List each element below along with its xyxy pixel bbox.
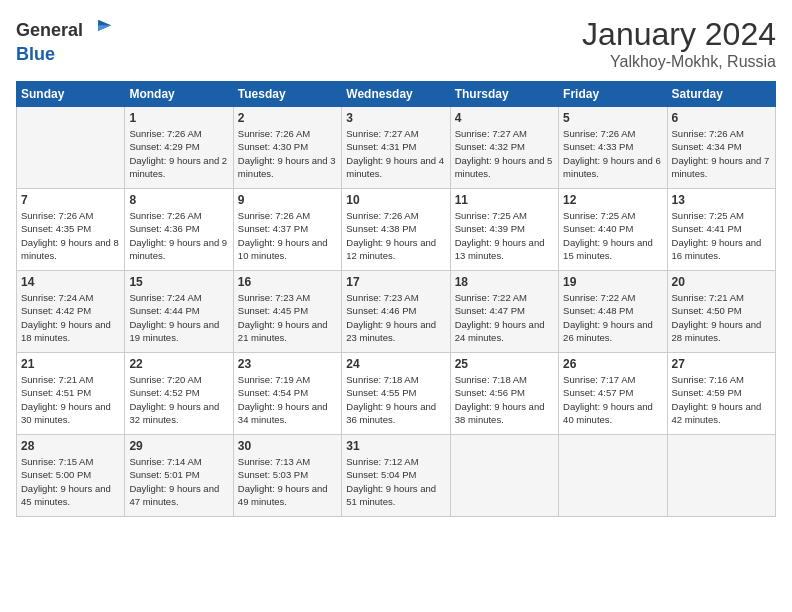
day-number: 21 xyxy=(21,357,120,371)
svg-marker-1 xyxy=(98,25,111,31)
cell-content: Sunrise: 7:26 AMSunset: 4:29 PMDaylight:… xyxy=(129,127,228,180)
week-row-3: 14Sunrise: 7:24 AMSunset: 4:42 PMDayligh… xyxy=(17,271,776,353)
day-cell: 28Sunrise: 7:15 AMSunset: 5:00 PMDayligh… xyxy=(17,435,125,517)
day-number: 16 xyxy=(238,275,337,289)
day-number: 4 xyxy=(455,111,554,125)
cell-content: Sunrise: 7:27 AMSunset: 4:31 PMDaylight:… xyxy=(346,127,445,180)
cell-content: Sunrise: 7:18 AMSunset: 4:55 PMDaylight:… xyxy=(346,373,445,426)
day-number: 20 xyxy=(672,275,771,289)
day-cell: 23Sunrise: 7:19 AMSunset: 4:54 PMDayligh… xyxy=(233,353,341,435)
cell-content: Sunrise: 7:26 AMSunset: 4:34 PMDaylight:… xyxy=(672,127,771,180)
week-row-4: 21Sunrise: 7:21 AMSunset: 4:51 PMDayligh… xyxy=(17,353,776,435)
cell-content: Sunrise: 7:26 AMSunset: 4:35 PMDaylight:… xyxy=(21,209,120,262)
calendar-body: 1Sunrise: 7:26 AMSunset: 4:29 PMDaylight… xyxy=(17,107,776,517)
day-cell: 27Sunrise: 7:16 AMSunset: 4:59 PMDayligh… xyxy=(667,353,775,435)
cell-content: Sunrise: 7:26 AMSunset: 4:37 PMDaylight:… xyxy=(238,209,337,262)
cell-content: Sunrise: 7:21 AMSunset: 4:50 PMDaylight:… xyxy=(672,291,771,344)
calendar-table: Sunday Monday Tuesday Wednesday Thursday… xyxy=(16,81,776,517)
day-number: 15 xyxy=(129,275,228,289)
day-cell: 16Sunrise: 7:23 AMSunset: 4:45 PMDayligh… xyxy=(233,271,341,353)
cell-content: Sunrise: 7:21 AMSunset: 4:51 PMDaylight:… xyxy=(21,373,120,426)
day-number: 31 xyxy=(346,439,445,453)
day-number: 11 xyxy=(455,193,554,207)
day-number: 1 xyxy=(129,111,228,125)
header: General Blue January 2024 Yalkhoy-Mokhk,… xyxy=(16,16,776,71)
day-number: 8 xyxy=(129,193,228,207)
col-saturday: Saturday xyxy=(667,82,775,107)
day-number: 5 xyxy=(563,111,662,125)
cell-content: Sunrise: 7:22 AMSunset: 4:48 PMDaylight:… xyxy=(563,291,662,344)
day-number: 2 xyxy=(238,111,337,125)
location-title: Yalkhoy-Mokhk, Russia xyxy=(582,53,776,71)
main-container: General Blue January 2024 Yalkhoy-Mokhk,… xyxy=(0,0,792,525)
day-number: 22 xyxy=(129,357,228,371)
col-sunday: Sunday xyxy=(17,82,125,107)
col-thursday: Thursday xyxy=(450,82,558,107)
day-cell: 13Sunrise: 7:25 AMSunset: 4:41 PMDayligh… xyxy=(667,189,775,271)
day-number: 28 xyxy=(21,439,120,453)
logo-flag-icon xyxy=(85,16,113,44)
day-cell xyxy=(450,435,558,517)
day-cell xyxy=(559,435,667,517)
day-cell: 11Sunrise: 7:25 AMSunset: 4:39 PMDayligh… xyxy=(450,189,558,271)
logo-blue: Blue xyxy=(16,44,55,64)
day-cell: 2Sunrise: 7:26 AMSunset: 4:30 PMDaylight… xyxy=(233,107,341,189)
day-number: 10 xyxy=(346,193,445,207)
cell-content: Sunrise: 7:25 AMSunset: 4:40 PMDaylight:… xyxy=(563,209,662,262)
day-number: 17 xyxy=(346,275,445,289)
cell-content: Sunrise: 7:14 AMSunset: 5:01 PMDaylight:… xyxy=(129,455,228,508)
day-number: 24 xyxy=(346,357,445,371)
day-cell: 14Sunrise: 7:24 AMSunset: 4:42 PMDayligh… xyxy=(17,271,125,353)
cell-content: Sunrise: 7:13 AMSunset: 5:03 PMDaylight:… xyxy=(238,455,337,508)
day-cell: 26Sunrise: 7:17 AMSunset: 4:57 PMDayligh… xyxy=(559,353,667,435)
cell-content: Sunrise: 7:19 AMSunset: 4:54 PMDaylight:… xyxy=(238,373,337,426)
col-wednesday: Wednesday xyxy=(342,82,450,107)
day-cell: 31Sunrise: 7:12 AMSunset: 5:04 PMDayligh… xyxy=(342,435,450,517)
header-row: Sunday Monday Tuesday Wednesday Thursday… xyxy=(17,82,776,107)
logo-general: General xyxy=(16,20,83,41)
day-number: 13 xyxy=(672,193,771,207)
day-cell: 1Sunrise: 7:26 AMSunset: 4:29 PMDaylight… xyxy=(125,107,233,189)
title-block: January 2024 Yalkhoy-Mokhk, Russia xyxy=(582,16,776,71)
day-number: 18 xyxy=(455,275,554,289)
cell-content: Sunrise: 7:18 AMSunset: 4:56 PMDaylight:… xyxy=(455,373,554,426)
cell-content: Sunrise: 7:26 AMSunset: 4:38 PMDaylight:… xyxy=(346,209,445,262)
cell-content: Sunrise: 7:23 AMSunset: 4:45 PMDaylight:… xyxy=(238,291,337,344)
col-tuesday: Tuesday xyxy=(233,82,341,107)
day-cell: 17Sunrise: 7:23 AMSunset: 4:46 PMDayligh… xyxy=(342,271,450,353)
day-number: 7 xyxy=(21,193,120,207)
day-cell: 18Sunrise: 7:22 AMSunset: 4:47 PMDayligh… xyxy=(450,271,558,353)
day-cell: 21Sunrise: 7:21 AMSunset: 4:51 PMDayligh… xyxy=(17,353,125,435)
day-cell: 30Sunrise: 7:13 AMSunset: 5:03 PMDayligh… xyxy=(233,435,341,517)
week-row-2: 7Sunrise: 7:26 AMSunset: 4:35 PMDaylight… xyxy=(17,189,776,271)
cell-content: Sunrise: 7:25 AMSunset: 4:41 PMDaylight:… xyxy=(672,209,771,262)
day-cell: 10Sunrise: 7:26 AMSunset: 4:38 PMDayligh… xyxy=(342,189,450,271)
day-cell: 5Sunrise: 7:26 AMSunset: 4:33 PMDaylight… xyxy=(559,107,667,189)
month-title: January 2024 xyxy=(582,16,776,53)
day-cell: 22Sunrise: 7:20 AMSunset: 4:52 PMDayligh… xyxy=(125,353,233,435)
cell-content: Sunrise: 7:26 AMSunset: 4:33 PMDaylight:… xyxy=(563,127,662,180)
logo: General Blue xyxy=(16,16,113,65)
day-number: 27 xyxy=(672,357,771,371)
week-row-1: 1Sunrise: 7:26 AMSunset: 4:29 PMDaylight… xyxy=(17,107,776,189)
cell-content: Sunrise: 7:24 AMSunset: 4:42 PMDaylight:… xyxy=(21,291,120,344)
day-number: 3 xyxy=(346,111,445,125)
cell-content: Sunrise: 7:17 AMSunset: 4:57 PMDaylight:… xyxy=(563,373,662,426)
day-number: 9 xyxy=(238,193,337,207)
day-cell: 8Sunrise: 7:26 AMSunset: 4:36 PMDaylight… xyxy=(125,189,233,271)
day-cell: 20Sunrise: 7:21 AMSunset: 4:50 PMDayligh… xyxy=(667,271,775,353)
day-number: 25 xyxy=(455,357,554,371)
day-cell xyxy=(17,107,125,189)
day-number: 6 xyxy=(672,111,771,125)
cell-content: Sunrise: 7:22 AMSunset: 4:47 PMDaylight:… xyxy=(455,291,554,344)
day-number: 26 xyxy=(563,357,662,371)
day-cell: 15Sunrise: 7:24 AMSunset: 4:44 PMDayligh… xyxy=(125,271,233,353)
cell-content: Sunrise: 7:24 AMSunset: 4:44 PMDaylight:… xyxy=(129,291,228,344)
day-number: 23 xyxy=(238,357,337,371)
cell-content: Sunrise: 7:26 AMSunset: 4:30 PMDaylight:… xyxy=(238,127,337,180)
day-number: 12 xyxy=(563,193,662,207)
day-cell: 9Sunrise: 7:26 AMSunset: 4:37 PMDaylight… xyxy=(233,189,341,271)
day-cell: 29Sunrise: 7:14 AMSunset: 5:01 PMDayligh… xyxy=(125,435,233,517)
col-monday: Monday xyxy=(125,82,233,107)
day-number: 30 xyxy=(238,439,337,453)
